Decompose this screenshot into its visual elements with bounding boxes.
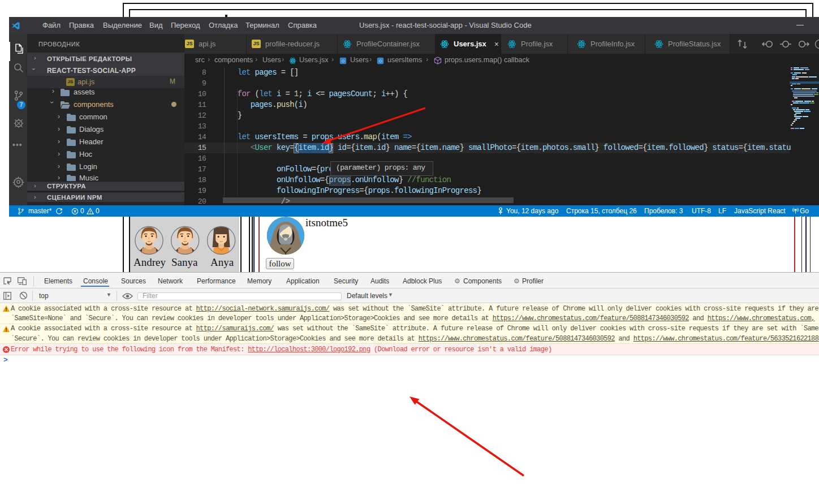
svg-text:◇: ◇ — [379, 59, 382, 63]
svg-text:◇: ◇ — [342, 59, 345, 63]
